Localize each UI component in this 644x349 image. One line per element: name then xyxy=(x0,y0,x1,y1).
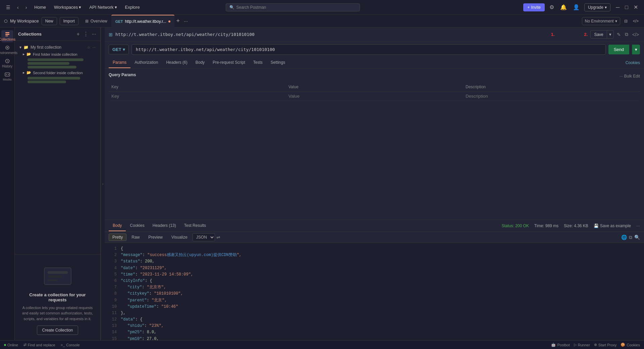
url-display-bar: ⊞ http://t.weather.itboy.net/api/weather… xyxy=(105,28,644,42)
save-main-button[interactable]: Save xyxy=(591,31,606,38)
globe-icon[interactable]: 🌐 xyxy=(621,235,627,240)
sidebar-filter-button[interactable]: ⋮ xyxy=(83,30,89,38)
resp-tab-test-results[interactable]: Test Results xyxy=(180,220,210,231)
chevron-down-icon: ▾ xyxy=(19,45,21,50)
create-collection-section: Create a collection for your requests A … xyxy=(15,254,100,341)
save-example-button[interactable]: 💾 Save as example xyxy=(594,223,631,228)
format-visualize[interactable]: Visualize xyxy=(168,234,191,241)
response-time: Time: 989 ms xyxy=(534,223,558,228)
response-tabs-bar: Body Cookies Headers (13) Test Results S… xyxy=(105,220,644,232)
tab-settings[interactable]: Settings xyxy=(267,57,289,68)
environment-selector[interactable]: No Environment ▾ xyxy=(582,17,620,25)
import-button[interactable]: Import xyxy=(60,17,78,25)
sidebar-item-environments[interactable]: Environments xyxy=(1,44,13,56)
copy-response-button[interactable]: ⧉ xyxy=(629,235,632,240)
online-status: Online xyxy=(4,343,18,347)
upgrade-button[interactable]: Upgrade ▾ xyxy=(584,3,610,11)
format-pretty[interactable]: Pretty xyxy=(109,234,126,241)
tab-url: http://t.weather.itboy.r... xyxy=(125,19,166,24)
filter-button[interactable]: ⇌ xyxy=(216,235,220,240)
start-proxy-button[interactable]: ⊕ Start Proxy xyxy=(594,343,616,347)
edit-button[interactable]: ✎ xyxy=(616,31,622,38)
placeholder-lines-2 xyxy=(17,76,98,84)
collection-item-first[interactable]: ▾ 📁 My first collection ☆ ··· xyxy=(17,44,98,51)
postbot-button[interactable]: 🤖 Postbot xyxy=(551,343,570,347)
request-tab-active[interactable]: GET http://t.weather.itboy.r... xyxy=(111,15,174,28)
format-selector[interactable]: JSON xyxy=(193,233,215,241)
hamburger-menu[interactable]: ☰ xyxy=(4,4,12,11)
tab-authorization[interactable]: Authorization xyxy=(130,57,162,68)
overview-icon: ⊞ xyxy=(85,19,89,23)
tab-pre-request[interactable]: Pre-request Script xyxy=(209,57,249,68)
folder-item-second[interactable]: ▸ 📂 Second folder inside collection xyxy=(17,69,98,76)
resp-tab-body[interactable]: Body xyxy=(109,220,126,231)
invite-button[interactable]: + Invite xyxy=(523,3,545,11)
method-selector[interactable]: GET ▾ xyxy=(109,45,129,54)
explore-button[interactable]: Explore xyxy=(122,4,143,10)
bulk-edit-button[interactable]: ··· Bulk Edit xyxy=(620,74,640,79)
back-button[interactable]: ‹ xyxy=(15,4,21,11)
home-button[interactable]: Home xyxy=(32,4,49,10)
find-replace-icon: ⇄ xyxy=(23,343,26,347)
value-input[interactable] xyxy=(288,94,460,99)
save-dropdown-button[interactable]: ▾ xyxy=(607,31,613,38)
sidebar-more-button[interactable]: ··· xyxy=(91,31,97,38)
sidebar-panel: Collections + ⋮ ··· ▾ 📁 My first collect… xyxy=(15,28,100,340)
proxy-icon: ⊕ xyxy=(594,343,597,347)
more-tabs-button[interactable]: ··· xyxy=(182,18,190,24)
find-replace-button[interactable]: ⇄ Find and replace xyxy=(23,343,55,347)
workspaces-menu[interactable]: Workspaces ▾ xyxy=(51,4,84,10)
code-button[interactable]: </> xyxy=(631,31,640,38)
chevron-down-icon: ▾ xyxy=(615,19,617,23)
add-tab-button[interactable]: + xyxy=(174,17,182,25)
resp-tab-headers[interactable]: Headers (13) xyxy=(149,220,180,231)
beautify-icon[interactable]: </> xyxy=(632,17,640,25)
online-dot xyxy=(4,344,6,346)
sidebar-item-collections[interactable]: Collections xyxy=(1,30,13,42)
resp-tab-cookies[interactable]: Cookies xyxy=(126,220,148,231)
forward-button[interactable]: › xyxy=(23,4,29,11)
collection-star[interactable]: ☆ xyxy=(87,45,91,50)
send-button[interactable]: Send xyxy=(608,45,629,54)
sidebar-collapse-handle[interactable]: › xyxy=(101,28,105,340)
json-line: 2"message": "success感谢又拍云(upyun.com)提供CD… xyxy=(109,252,640,258)
cookies-manager-button[interactable]: 🍪 Cookies xyxy=(621,343,640,347)
url-input[interactable] xyxy=(131,44,606,55)
api-network-menu[interactable]: API Network ▾ xyxy=(87,4,119,10)
sidebar-item-history[interactable]: History xyxy=(1,57,13,69)
key-input[interactable] xyxy=(111,94,283,99)
cookies-link[interactable]: Cookies xyxy=(626,60,640,65)
folder-item-first[interactable]: ▸ 📂 First folder inside collection xyxy=(17,51,98,57)
tab-headers[interactable]: Headers (6) xyxy=(162,57,191,68)
format-preview[interactable]: Preview xyxy=(145,234,166,241)
status-badge: Status: 200 OK xyxy=(501,223,529,228)
key-column-header: Key xyxy=(109,83,286,92)
notification-icon[interactable]: 🔔 xyxy=(559,3,568,12)
minimize-button[interactable]: ─ xyxy=(614,3,622,11)
tab-tests[interactable]: Tests xyxy=(249,57,267,68)
collection-more[interactable]: ··· xyxy=(93,45,96,49)
console-button[interactable]: >_ Console xyxy=(61,343,80,347)
window-controls: ─ □ ✕ xyxy=(614,3,640,11)
new-button[interactable]: New xyxy=(42,17,57,25)
send-dropdown-button[interactable]: ▾ xyxy=(632,45,640,54)
add-collection-button[interactable]: + xyxy=(76,31,80,38)
search-bar[interactable]: 🔍 Search Postman xyxy=(226,3,360,11)
runner-button[interactable]: ▷ Runner xyxy=(574,343,590,347)
search-response-button[interactable]: 🔍 xyxy=(634,235,640,240)
layout-toggle[interactable]: ⊟ xyxy=(623,17,629,25)
format-raw[interactable]: Raw xyxy=(128,234,143,241)
copy-button[interactable]: ⧉ xyxy=(624,31,629,38)
create-collection-button[interactable]: Create Collection xyxy=(37,326,78,335)
profile-icon[interactable]: 👤 xyxy=(572,3,581,12)
close-button[interactable]: ✕ xyxy=(632,3,640,11)
create-collection-desc: A collection lets you group related requ… xyxy=(20,305,95,322)
response-more-button[interactable]: ··· xyxy=(636,223,640,228)
tab-body[interactable]: Body xyxy=(192,57,209,68)
desc-input[interactable] xyxy=(466,94,637,99)
maximize-button[interactable]: □ xyxy=(623,3,630,11)
sidebar-item-mocks[interactable]: Mocks xyxy=(1,70,13,83)
tab-params[interactable]: Params xyxy=(109,57,130,68)
overview-tab[interactable]: ⊞ Overview xyxy=(81,15,111,28)
settings-icon[interactable]: ⚙ xyxy=(548,3,555,12)
